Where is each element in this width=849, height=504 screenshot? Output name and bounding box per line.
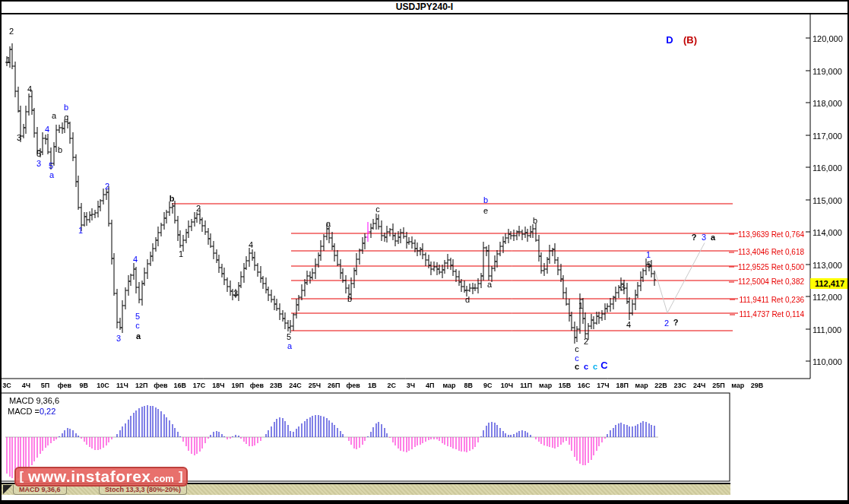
wave-label: b: [64, 103, 68, 112]
wave-label: a: [287, 342, 292, 350]
wave-label: ?: [692, 233, 697, 242]
wave-label: c: [575, 363, 579, 371]
time-axis-label: 9С: [483, 382, 493, 389]
wave-label: 3: [116, 334, 121, 343]
time-axis-label: мар: [539, 382, 552, 389]
wave-label: d: [465, 296, 470, 304]
wave-label: c: [375, 205, 380, 214]
wave-label: b: [483, 196, 488, 204]
price-axis-tick-label: 112,000: [813, 293, 842, 302]
time-axis-label: 1В: [368, 382, 377, 389]
wave-label: 2: [196, 204, 201, 213]
current-price-tag: 112,417: [810, 278, 849, 289]
time-axis-label: 10С: [97, 382, 109, 389]
time-axis-label: фев: [250, 382, 264, 389]
wave-label: D: [666, 36, 673, 44]
wave-label: 3: [233, 290, 238, 298]
price-axis-tick-label: 120,000: [813, 34, 843, 43]
chart-title: USDJPY240-I: [396, 2, 453, 12]
wave-label: 1: [646, 251, 651, 259]
time-axis-label: 19П: [231, 382, 243, 389]
time-axis-label: 24С: [289, 382, 302, 389]
time-axis-label: 16В: [174, 382, 187, 389]
fib-level-label: 111,4737 Ret 0,114: [730, 310, 804, 319]
time-axis-label: 17Ч: [597, 382, 609, 389]
wave-label: 4: [249, 241, 253, 249]
logo-text: www.instaforex: [28, 468, 150, 486]
time-axis-label: 25Ч: [309, 382, 321, 389]
wave-label: 4: [133, 255, 138, 264]
time-axis-label: 25П: [712, 382, 724, 389]
wave-label: 3: [702, 233, 706, 242]
price-axis-tick-label: 119,000: [813, 67, 842, 76]
wave-label: b: [347, 295, 352, 303]
wave-label: c: [64, 113, 68, 122]
wave-label: 1: [578, 302, 583, 310]
wave-label: 3: [620, 284, 625, 292]
price-axis-tick-label: 116,000: [813, 163, 842, 173]
price-and-macd-canvas: [2, 2, 847, 502]
instaforex-logo[interactable]: [www.instaforex.com]: [14, 467, 188, 487]
time-axis-label: 23С: [674, 382, 687, 389]
wave-label: 5: [135, 312, 140, 321]
logo-tld: .com: [151, 473, 174, 484]
time-axis-label: 18П: [616, 382, 629, 389]
fib-level-label: 112,5004 Ret 0,382: [729, 277, 804, 285]
time-axis-label: 23В: [270, 382, 283, 389]
time-axis-label: 10Ч: [501, 382, 513, 389]
wave-label: 2: [664, 319, 669, 328]
wave-label: b: [58, 146, 62, 154]
price-axis-tick-label: 117,000: [813, 132, 842, 141]
wave-label: 1: [78, 227, 83, 235]
wave-label: 5: [287, 333, 291, 341]
wave-label: c: [584, 363, 588, 371]
wave-label: b: [533, 217, 537, 225]
time-axis-label: 4Ч: [22, 382, 30, 389]
wave-label: a: [326, 220, 331, 228]
wave-label: 4: [45, 125, 49, 134]
bottom-divider: [2, 500, 847, 502]
time-axis-label: мар: [443, 382, 456, 389]
time-axis-label: 2С: [387, 382, 396, 389]
time-axis-label: 29В: [751, 382, 764, 389]
time-axis-label: 9В: [79, 382, 88, 389]
fib-level-label: 112,9525 Ret 0,500: [729, 262, 804, 271]
price-axis-tick-label: 113,000: [813, 261, 842, 270]
wave-label: 2: [105, 182, 109, 191]
wave-label: c: [593, 363, 597, 371]
wave-label: 4: [626, 321, 631, 329]
wave-label: 2: [9, 27, 14, 36]
time-axis-label: мар: [731, 382, 744, 389]
wave-label: (B): [683, 36, 697, 44]
price-axis-tick-label: 114,000: [813, 228, 842, 237]
wave-label: 3: [36, 160, 41, 168]
time-axis-label: 4П: [426, 382, 434, 389]
wave-label: C: [600, 361, 607, 369]
time-axis-label: фев: [346, 382, 360, 389]
macd-value-prefix: MACD =: [8, 407, 40, 416]
wave-label: ?: [673, 319, 679, 327]
logo-bracket-right: ]: [179, 469, 183, 484]
macd-indicator-value: MACD =0,22: [8, 407, 55, 416]
time-axis-label: 5П: [41, 382, 49, 389]
time-axis-label: 26П: [328, 382, 340, 389]
chart-window: USDJPY240-I 120,000119,000118,000117,000…: [0, 0, 849, 504]
time-axis-label: фев: [154, 382, 167, 389]
wave-label: a: [136, 332, 141, 341]
fib-level-label: 111,9411 Ret 0,236: [730, 295, 804, 303]
wave-label: 1: [6, 56, 11, 65]
time-axis-label: 15В: [559, 382, 572, 389]
time-axis-label: 3Ч: [407, 382, 415, 389]
wave-label: a: [487, 281, 492, 289]
time-axis-label: 24Ч: [693, 382, 705, 389]
wave-label: b: [169, 195, 175, 203]
wave-label: 5: [49, 162, 53, 170]
time-axis-label: 16С: [578, 382, 591, 389]
price-axis-tick-label: 115,000: [813, 196, 842, 205]
wave-label: c: [135, 322, 140, 330]
wave-label: 5: [36, 150, 41, 158]
macd-value: 0,22: [40, 407, 55, 416]
fib-level-label: 113,4046 Ret 0,618: [729, 248, 804, 256]
price-axis-tick-label: 110,000: [813, 357, 842, 366]
wave-label: a: [52, 112, 56, 120]
